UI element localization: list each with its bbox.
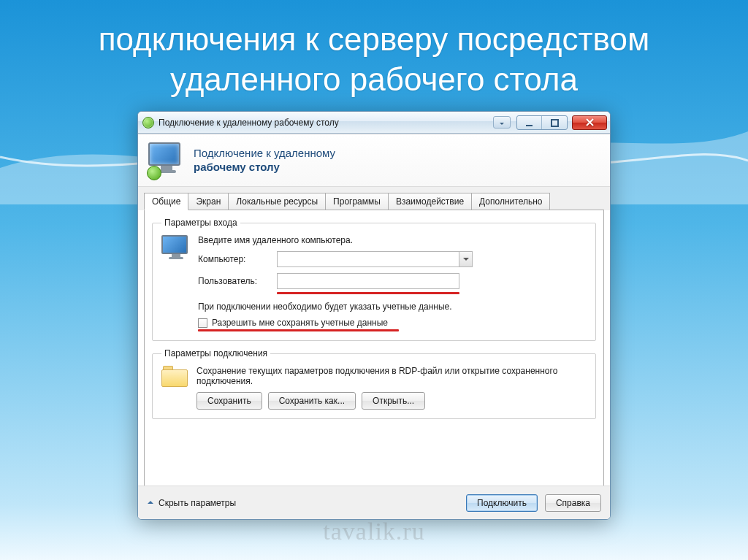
login-legend: Параметры входа: [161, 218, 240, 228]
tab-local-resources[interactable]: Локальные ресурсы: [228, 193, 326, 210]
remote-desktop-icon: [148, 142, 185, 179]
slide-title: подключения к серверу посредством удален…: [0, 0, 748, 105]
dialog-header: Подключение к удаленному рабочему столу: [138, 134, 610, 187]
params-legend: Параметры подключения: [161, 348, 270, 358]
tab-advanced[interactable]: Дополнительно: [471, 193, 550, 210]
svg-rect-1: [552, 120, 558, 126]
chevron-up-icon: [147, 498, 154, 508]
header-line1: Подключение к удаленному: [194, 147, 335, 159]
connection-settings-group: Параметры подключения Сохранение текущих…: [152, 348, 596, 419]
rdp-app-icon: [142, 117, 154, 129]
folder-icon: [161, 366, 189, 388]
open-button[interactable]: Открыть...: [362, 392, 425, 410]
minimize-button[interactable]: [517, 116, 542, 130]
user-label: Пользователь:: [198, 276, 272, 286]
highlight-user: [277, 292, 459, 294]
chevron-down-icon[interactable]: [459, 251, 473, 267]
credentials-hint: При подключении необходимо будет указать…: [198, 302, 587, 312]
rdp-window: Подключение к удаленному рабочему столу: [137, 111, 611, 520]
tab-panel-general: Параметры входа Введите имя удаленного к…: [144, 210, 604, 497]
computer-combobox[interactable]: [277, 251, 473, 267]
tab-general[interactable]: Общие: [144, 193, 188, 210]
hide-options-button[interactable]: Скрыть параметры: [147, 498, 236, 508]
params-desc: Сохранение текущих параметров подключени…: [196, 366, 587, 386]
connect-button[interactable]: Подключить: [466, 494, 538, 512]
save-credentials-label: Разрешить мне сохранять учетные данные: [212, 318, 388, 328]
tab-programs[interactable]: Программы: [325, 193, 389, 210]
titlebar[interactable]: Подключение к удаленному рабочему столу: [138, 112, 610, 134]
save-button[interactable]: Сохранить: [196, 392, 262, 410]
user-input[interactable]: [277, 273, 459, 289]
close-button[interactable]: [572, 115, 607, 130]
watermark: tavalik.ru: [323, 518, 424, 545]
computer-icon: [161, 235, 191, 331]
save-credentials-checkbox[interactable]: Разрешить мне сохранять учетные данные: [198, 318, 587, 328]
header-line2: рабочему столу: [194, 161, 280, 173]
computer-input[interactable]: [277, 251, 459, 267]
login-intro: Введите имя удаленного компьютера.: [198, 235, 587, 245]
checkbox-box[interactable]: [198, 318, 207, 328]
computer-label: Компьютер:: [198, 254, 272, 264]
help-button[interactable]: [493, 116, 511, 129]
tab-display[interactable]: Экран: [188, 193, 229, 210]
window-title: Подключение к удаленному рабочему столу: [159, 118, 339, 128]
highlight-checkbox: [198, 329, 399, 331]
svg-rect-0: [526, 125, 533, 126]
tab-experience[interactable]: Взаимодействие: [388, 193, 472, 210]
save-as-button[interactable]: Сохранить как...: [268, 392, 356, 410]
help-button-footer[interactable]: Справка: [545, 494, 601, 512]
tab-strip: Общие Экран Локальные ресурсы Программы …: [138, 187, 610, 210]
login-settings-group: Параметры входа Введите имя удаленного к…: [152, 218, 596, 341]
dialog-footer: Скрыть параметры Подключить Справка: [138, 486, 610, 519]
maximize-button[interactable]: [542, 116, 567, 130]
